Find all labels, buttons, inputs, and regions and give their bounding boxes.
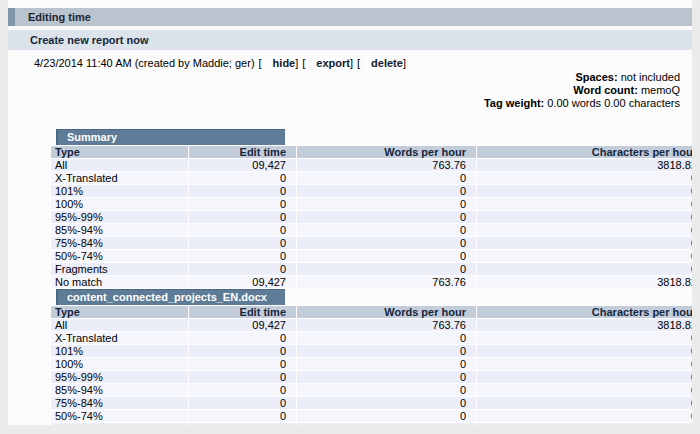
row-type-label: All [51, 319, 188, 331]
row-value: 0 [297, 397, 476, 409]
table-row: 75%-84%000 [51, 397, 692, 409]
row-value: 0 [297, 371, 476, 383]
row-value: 0 [189, 345, 296, 357]
col-characters-per-hour: Characters per hour [477, 306, 692, 318]
col-edit-time: Edit time [189, 146, 296, 158]
row-value: 0 [189, 263, 296, 275]
row-value: 3818.82 [477, 319, 692, 331]
col-words-per-hour: Words per hour [297, 146, 476, 158]
spaces-setting: Spaces: not included [8, 71, 680, 84]
row-value: 0 [477, 185, 692, 197]
table-row: 85%-94%000 [51, 384, 692, 396]
row-value: 0 [297, 332, 476, 344]
row-value: 0 [189, 358, 296, 370]
row-value: 0 [477, 371, 692, 383]
table-row: 50%-74%000 [51, 250, 692, 262]
row-type-label: 101% [51, 185, 188, 197]
row-type-label: Fragments [51, 263, 188, 275]
row-value: 0 [189, 397, 296, 409]
row-type-label: 95%-99% [51, 211, 188, 223]
row-type-label: 100% [51, 358, 188, 370]
row-value: 0 [189, 185, 296, 197]
row-value: 763.76 [297, 159, 476, 171]
table-row: 101%000 [51, 185, 692, 197]
table-row: 75%-84%000 [51, 237, 692, 249]
row-value: 0 [189, 237, 296, 249]
row-value: 763.76 [297, 319, 476, 331]
report-page: Editing time Create new report now 4/23/… [8, 0, 692, 425]
table-row: All09,427763.763818.82 [51, 319, 692, 331]
table-row: Fragments000 [51, 263, 692, 275]
row-value: 0 [477, 237, 692, 249]
row-type-label: X-Translated [51, 332, 188, 344]
row-value: 0 [189, 172, 296, 184]
row-type-label: 50%-74% [51, 410, 188, 422]
row-value: 0 [297, 410, 476, 422]
row-type-label: 101% [51, 345, 188, 357]
table-row: 95%-99%000 [51, 371, 692, 383]
table-row: 100%000 [51, 198, 692, 210]
row-value: 0 [189, 371, 296, 383]
export-link[interactable]: export [316, 57, 350, 69]
row-value: 0 [477, 410, 692, 422]
row-value: 0 [297, 384, 476, 396]
row-value: 0 [477, 345, 692, 357]
row-value: 0 [189, 332, 296, 344]
table-row: 95%-99%000 [51, 211, 692, 223]
hide-link[interactable]: hide [273, 57, 296, 69]
row-value: 09,427 [189, 319, 296, 331]
report-settings: Spaces: not included Word count: memoQ T… [8, 71, 680, 110]
create-new-report-button[interactable]: Create new report now [8, 30, 692, 50]
row-value: 0 [297, 237, 476, 249]
row-value: 0 [297, 263, 476, 275]
table-row: 100%000 [51, 358, 692, 370]
row-type-label: 85%-94% [51, 384, 188, 396]
table-row: 85%-94%000 [51, 224, 692, 236]
row-value: 0 [477, 211, 692, 223]
col-characters-per-hour: Characters per hour [477, 146, 692, 158]
table-row: Fragments000 [51, 423, 692, 425]
table-row: 101%000 [51, 345, 692, 357]
row-value: 0 [189, 410, 296, 422]
row-value: 3818.82 [477, 159, 692, 171]
row-value: 0 [297, 224, 476, 236]
row-value: 0 [189, 384, 296, 396]
row-type-label: 95%-99% [51, 371, 188, 383]
tag-weight-setting: Tag weight: 0.00 words 0.00 characters [8, 97, 680, 110]
table-row: All09,427763.763818.82 [51, 159, 692, 171]
row-value: 0 [477, 198, 692, 210]
row-value: 763.76 [297, 276, 476, 288]
row-type-label: Fragments [51, 423, 188, 425]
row-value: 0 [477, 224, 692, 236]
table-header-row: Type Edit time Words per hour Characters… [51, 146, 692, 158]
row-type-label: 100% [51, 198, 188, 210]
row-value: 0 [477, 332, 692, 344]
row-type-label: 50%-74% [51, 250, 188, 262]
summary-section: Summary Type Edit time Words per hour Ch… [50, 129, 692, 289]
row-type-label: 75%-84% [51, 237, 188, 249]
row-type-label: 85%-94% [51, 224, 188, 236]
delete-link[interactable]: delete [371, 57, 403, 69]
report-meta-line: 4/23/2014 11:40 AM (created by Maddie; g… [34, 57, 692, 69]
row-type-label: X-Translated [51, 172, 188, 184]
row-value: 0 [189, 423, 296, 425]
table-header-row: Type Edit time Words per hour Characters… [51, 306, 692, 318]
page-title: Editing time [15, 8, 91, 26]
report-created-text: 4/23/2014 11:40 AM (created by Maddie; g… [34, 57, 255, 69]
row-value: 0 [297, 345, 476, 357]
col-words-per-hour: Words per hour [297, 306, 476, 318]
row-value: 0 [297, 198, 476, 210]
row-value: 0 [477, 263, 692, 275]
row-value: 0 [189, 250, 296, 262]
word-count-setting: Word count: memoQ [8, 84, 680, 97]
table-row: No match09,427763.763818.82 [51, 276, 692, 288]
row-value: 09,427 [189, 276, 296, 288]
row-value: 0 [477, 397, 692, 409]
row-value: 0 [297, 423, 476, 425]
row-value: 0 [297, 185, 476, 197]
row-value: 0 [297, 250, 476, 262]
editing-time-header: Editing time [8, 8, 692, 26]
col-type: Type [51, 306, 188, 318]
table-row: X-Translated000 [51, 172, 692, 184]
row-value: 0 [477, 250, 692, 262]
